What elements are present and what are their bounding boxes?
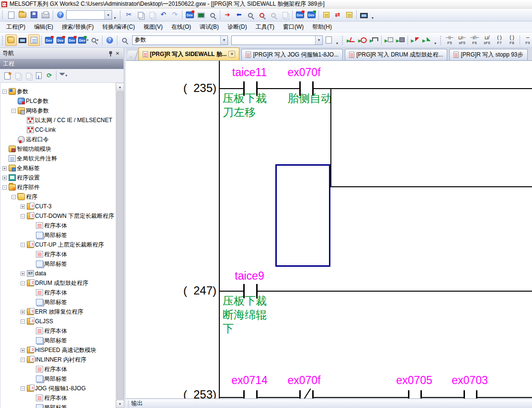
pin-panel-button[interactable] xyxy=(107,50,114,57)
undo-button[interactable]: ↶ xyxy=(158,9,169,21)
tab-drum-program[interactable]: [PRG]R 写入 DRUM 成型鼓处程... xyxy=(345,49,447,60)
remote-operation-button[interactable] xyxy=(256,9,268,21)
edit-cursor-box[interactable] xyxy=(275,164,330,267)
find-in-page-button[interactable] xyxy=(323,34,334,46)
tree-expand-toggle[interactable]: - xyxy=(2,90,7,94)
tree-expand-toggle[interactable]: + xyxy=(21,204,25,209)
tree-expand-toggle[interactable]: - xyxy=(11,109,16,113)
device-label[interactable]: ex070f xyxy=(278,374,330,386)
cut-button[interactable]: ✂ xyxy=(123,9,135,21)
tree-item[interactable]: 局部标签 xyxy=(0,336,115,345)
tree-item[interactable]: +HISPEED 高速记数模块 xyxy=(0,345,115,355)
program-find-combobox[interactable]: 参数 ▼ xyxy=(132,35,228,45)
tab-stopp-program[interactable]: [PRG]R 写入 stopp 93步 xyxy=(449,49,527,60)
verify-with-plc-button[interactable] xyxy=(245,9,256,21)
device-label[interactable]: ex0703 xyxy=(443,374,496,386)
tree-item[interactable]: -CUT-UP 上层定长裁断程序 xyxy=(0,240,115,249)
device-comment-button[interactable]: Dev xyxy=(184,9,195,21)
tree-item[interactable]: 局部标签 xyxy=(0,230,115,240)
tree-expand-toggle[interactable]: - xyxy=(21,214,25,218)
tree-item[interactable]: 程序本体 xyxy=(0,393,115,403)
tree-item[interactable]: +ERR 故障复位程序 xyxy=(0,307,115,317)
tree-item[interactable]: 局部标签 xyxy=(0,374,115,384)
ladder-tool-F7[interactable]: ( )F7 xyxy=(493,34,506,47)
device-skip-button[interactable]: ▾ xyxy=(89,34,101,46)
monitor-pulse-button[interactable] xyxy=(368,34,380,46)
tree-item[interactable]: -程序 xyxy=(0,192,115,202)
monitor-stop-button[interactable] xyxy=(357,34,368,46)
tree-item[interactable]: -程序部件 xyxy=(0,182,115,192)
tree-item[interactable]: 以太网 / CC IE / MELSECNET xyxy=(0,115,115,125)
note-button[interactable] xyxy=(343,9,355,21)
tree-item[interactable]: -INLINNER 内衬程序 xyxy=(0,355,115,364)
scrollbar-thumb[interactable] xyxy=(116,91,124,399)
tree-expand-toggle[interactable]: - xyxy=(2,185,7,190)
tree-expand-toggle[interactable]: - xyxy=(21,281,25,285)
tree-item[interactable]: +程序设置 xyxy=(0,173,115,182)
device-registration-monitor-button[interactable]: Dev xyxy=(306,9,317,21)
tree-item[interactable]: 程序本体 xyxy=(0,326,115,336)
menu-item[interactable]: 调试(B) xyxy=(195,22,223,33)
tree-item[interactable]: 智能功能模块 xyxy=(0,144,115,154)
tree-item[interactable]: 局部标签 xyxy=(0,403,115,408)
device-label[interactable]: taice9 xyxy=(223,270,276,282)
panel-grip[interactable] xyxy=(127,400,130,407)
scroll-up-button[interactable]: ▲ xyxy=(116,83,124,91)
copy-button[interactable] xyxy=(135,9,146,21)
menu-item[interactable]: 工具(T) xyxy=(251,22,279,33)
device-display-format-button[interactable]: Dev▾ xyxy=(78,34,89,46)
open-project-button[interactable] xyxy=(17,9,28,21)
module-configuration-button[interactable] xyxy=(17,34,28,46)
ladder-tool-sF5[interactable]: ⊔⊢sF5 xyxy=(456,34,468,47)
monitor-mode-button[interactable] xyxy=(268,9,279,21)
tree-item[interactable]: 局部标签 xyxy=(0,297,115,307)
device-batch-button[interactable]: Dev xyxy=(66,34,78,46)
tree-item[interactable]: 全局软元件注释 xyxy=(0,154,115,163)
tree-item[interactable]: 程序本体 xyxy=(0,288,115,297)
monitor-condition2-button[interactable] xyxy=(421,34,432,46)
menu-item[interactable]: 帮助(H) xyxy=(308,22,336,33)
monitor-write-mode-button[interactable] xyxy=(279,9,291,21)
device-comment-display-button[interactable]: Dev xyxy=(43,34,55,46)
remote-screen-button[interactable] xyxy=(358,9,370,21)
menu-item[interactable]: 编辑(E) xyxy=(30,22,57,33)
tree-expand-toggle[interactable]: - xyxy=(21,243,25,247)
navigation-window-toggle[interactable] xyxy=(5,34,17,46)
tab-scroll-area[interactable]: .. xyxy=(125,51,138,60)
read-from-plc-button[interactable]: ⬅ xyxy=(233,9,245,21)
tree-item[interactable]: +全局标签 xyxy=(0,163,115,173)
toolbar-grip[interactable] xyxy=(1,35,4,45)
menu-item[interactable]: 窗口(W) xyxy=(279,22,308,33)
tree-item[interactable]: 远程口令 xyxy=(0,135,115,144)
tree-scrollbar[interactable]: ▲ ▼ xyxy=(115,83,124,408)
toolbar-grip[interactable] xyxy=(1,10,4,20)
tree-item[interactable]: -参数 xyxy=(0,87,115,96)
monitor-start-button[interactable] xyxy=(345,34,357,46)
keyword-combobox[interactable]: ▼ xyxy=(66,10,112,20)
tree-item[interactable]: 程序本体 xyxy=(0,221,115,230)
nav-copy-button[interactable] xyxy=(12,70,23,81)
ladder-editor[interactable]: ( 235) taice11 ex070f 压板下裁 刀左移 胎侧自动 ( 24… xyxy=(126,61,532,398)
scroll-down-button[interactable]: ▼ xyxy=(116,400,124,408)
device-label[interactable]: ex0705 xyxy=(388,374,441,386)
tree-expand-toggle[interactable]: - xyxy=(21,358,25,362)
new-project-button[interactable] xyxy=(5,9,17,21)
device-label[interactable]: ex070f xyxy=(278,67,330,79)
device-batch-monitor-button[interactable]: Dev xyxy=(294,9,306,21)
ladder-tool-F9[interactable]: ─F9 xyxy=(521,34,532,47)
write-to-plc-button[interactable]: ➔ xyxy=(222,9,233,21)
toolbar-grip[interactable] xyxy=(119,10,122,20)
tree-item[interactable]: -DRUM 成型鼓处程序 xyxy=(0,278,115,288)
ladder-monitor-button[interactable] xyxy=(195,9,207,21)
tree-item[interactable]: 局部标签 xyxy=(0,259,115,269)
tree-item[interactable]: CC-Link xyxy=(0,125,115,135)
toolbar-grip[interactable] xyxy=(440,35,442,45)
ladder-tool-sF6[interactable]: ⊔/sF6 xyxy=(481,34,493,47)
tree-item[interactable]: -JOG 伺服轴1-8JOG xyxy=(0,384,115,393)
device-memory-button[interactable]: Dev xyxy=(55,34,66,46)
cross-reference-button[interactable] xyxy=(119,34,130,46)
tree-item[interactable]: PLC参数 xyxy=(0,96,115,106)
tree-expand-toggle[interactable]: - xyxy=(21,319,25,324)
tab-sidewall-program[interactable]: [PRG]R 写入 SIDEWALL 胎... ✕ xyxy=(138,47,239,60)
paste-button[interactable] xyxy=(146,9,158,21)
